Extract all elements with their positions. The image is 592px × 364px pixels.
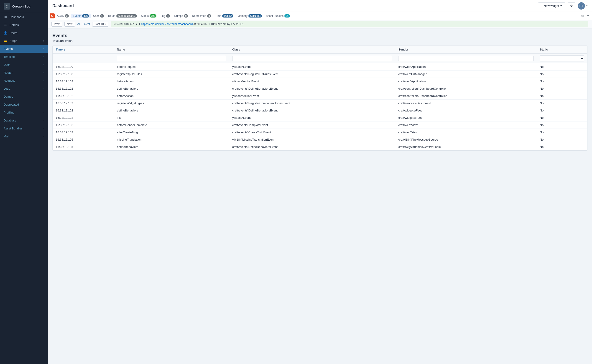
memory-badge: 4.309 MB — [248, 14, 262, 18]
table-row: 16:33:12.102 registerWidgetTypes craft\e… — [53, 100, 587, 107]
debugbar-time[interactable]: Time 143 ms — [213, 14, 235, 18]
entries-icon: ☰ — [4, 23, 7, 27]
time-badge: 143 ms — [222, 14, 233, 18]
sidebar-item-timeline[interactable]: Timeline › — [0, 53, 48, 61]
chevron-right-icon: › — [43, 135, 44, 138]
next-button[interactable]: Next — [64, 22, 75, 27]
sidebar-item-dumps[interactable]: Dumps › — [0, 93, 48, 101]
sidebar-item-users[interactable]: 👤 Users — [0, 29, 48, 37]
events-table: Time ↕ Name Class Sender Static — [53, 46, 587, 150]
sidebar-item-request[interactable]: Request › — [0, 77, 48, 85]
last10-label: Last 10 — [95, 23, 104, 26]
sidebar-item-label: Stripe — [10, 39, 17, 43]
table-row: 16:33:12.105 missingTranslation yii\i18n… — [53, 136, 587, 143]
table-row: 16:33:12.102 beforeAction yii\base\Actio… — [53, 92, 587, 100]
sidebar-item-deprecated[interactable]: Deprecated › — [0, 101, 48, 109]
static-cell: No — [537, 122, 587, 129]
app-logo[interactable]: C Oregon Zoo — [0, 0, 48, 13]
chevron-right-icon: › — [43, 87, 44, 90]
sidebar-item-mail[interactable]: Mail › — [0, 132, 48, 140]
static-cell: No — [537, 100, 587, 107]
events-label: Events — [4, 47, 13, 51]
ajax-label: AJAX — [57, 14, 64, 18]
events-label: Events — [73, 14, 81, 18]
debugbar-events[interactable]: Events 406 — [71, 14, 91, 18]
expand-icon[interactable]: ⧉ — [580, 13, 585, 19]
request-url-link[interactable]: https://cms-dev.ddev.site/admin/dashboar… — [141, 23, 193, 26]
name-cell: defineBehaviors — [114, 107, 229, 114]
log-badge: 1 — [166, 14, 170, 18]
time-cell: 16:33:12.102 — [53, 85, 114, 92]
sidebar-item-events[interactable]: Events › — [0, 45, 48, 53]
class-cell: craft\events\RegisterComponentTypesEvent — [229, 100, 395, 107]
debugbar-status[interactable]: Status 200 — [139, 14, 158, 18]
prev-button[interactable]: Prev — [52, 22, 62, 27]
name-cell: registerWidgetTypes — [114, 100, 229, 107]
sender-filter-input[interactable] — [398, 56, 533, 61]
sidebar-item-stripe[interactable]: 💳 Stripe ▾ — [0, 37, 48, 45]
top-bar: Dashboard + New widget ▾ ⚙ PT ▾ — [48, 0, 592, 12]
sidebar-item-router[interactable]: Router › — [0, 69, 48, 77]
last10-button[interactable]: Last 10 ▾ — [92, 22, 108, 27]
request-time: at 2024-06-10 04:33:12 pm by 172.25.0.1 — [193, 23, 244, 26]
dumps-label: Dumps — [4, 95, 13, 98]
sidebar-item-label: Dashboard — [10, 15, 24, 19]
chevron-down-icon: ▾ — [43, 39, 44, 42]
sidebar-item-dashboard[interactable]: ⊞ Dashboard — [0, 13, 48, 21]
debugbar-user[interactable]: User 1 — [91, 14, 106, 18]
craft-icon: C — [50, 13, 55, 19]
all-link[interactable]: All — [77, 23, 80, 26]
static-filter-cell: Yes No — [537, 54, 587, 64]
table-row: 16:33:12.102 defineBehaviors craft\event… — [53, 85, 587, 92]
sidebar-item-logs[interactable]: Logs › — [0, 85, 48, 93]
static-filter-select[interactable]: Yes No — [540, 56, 584, 61]
class-filter-input[interactable] — [232, 56, 392, 61]
sidebar-item-database[interactable]: Database › — [0, 117, 48, 124]
ajax-badge: 2 — [65, 14, 69, 18]
debugbar-dumps[interactable]: Dumps 0 — [172, 14, 190, 18]
collapse-icon[interactable]: ▾ — [586, 13, 590, 19]
dumps-badge: 0 — [184, 14, 188, 18]
chevron-right-icon: › — [43, 127, 44, 130]
time-column-header[interactable]: Time ↕ — [53, 46, 114, 54]
settings-button[interactable]: ⚙ — [568, 2, 575, 9]
events-header: Events Total 406 items. — [52, 33, 587, 43]
sidebar-item-user[interactable]: User › — [0, 61, 48, 69]
name-cell: afterCreateTwig — [114, 129, 229, 136]
debugbar-asset-bundles[interactable]: Asset Bundles 21 — [264, 14, 292, 18]
chevron-right-icon: › — [43, 103, 44, 106]
sidebar-item-entries[interactable]: ☰ Entries — [0, 21, 48, 29]
sender-cell: craft\controllers\DashboardController — [395, 92, 536, 100]
asset-bundles-label: Asset Bundles — [4, 127, 23, 130]
sender-cell: craft\web\UrlManager — [395, 71, 536, 78]
debug-bar: C AJAX 2 Events 406 User 1 Route dashboa… — [48, 12, 592, 20]
content-area: Events Total 406 items. Time ↕ Name Clas… — [48, 28, 592, 364]
name-cell: init — [114, 114, 229, 122]
user-label: User — [4, 63, 10, 66]
class-cell: craft\events\CreateTwigEvent — [229, 129, 395, 136]
debugbar-memory[interactable]: Memory 4.309 MB — [236, 14, 264, 18]
user-avatar-button[interactable]: PT ▾ — [578, 2, 587, 10]
debugbar-log[interactable]: Log 1 — [159, 14, 172, 18]
total-label: Total — [52, 39, 59, 43]
latest-link[interactable]: Latest — [83, 23, 90, 26]
new-widget-button[interactable]: + New widget ▾ — [538, 2, 565, 9]
status-label: Status — [141, 14, 149, 18]
sidebar-item-asset-bundles[interactable]: Asset Bundles › — [0, 124, 48, 132]
sidebar-item-profiling[interactable]: Profiling › — [0, 109, 48, 117]
chevron-right-icon: › — [43, 64, 44, 66]
profiling-label: Profiling — [4, 111, 14, 114]
debugbar-route[interactable]: Route dashboard/in... — [106, 14, 139, 18]
debugbar-ajax[interactable]: AJAX 2 — [55, 14, 71, 18]
events-table-container: Time ↕ Name Class Sender Static — [52, 45, 587, 151]
time-filter-cell — [53, 54, 114, 64]
sender-cell: craft\controllers\DashboardController — [395, 85, 536, 92]
log-label: Log — [160, 14, 165, 18]
static-cell: No — [537, 78, 587, 85]
name-filter-input[interactable] — [117, 56, 226, 61]
debugbar-deprecated[interactable]: Deprecated 0 — [190, 14, 213, 18]
time-cell: 16:33:12.102 — [53, 92, 114, 100]
static-cell: No — [537, 107, 587, 114]
class-cell: craft\events\RegisterUrlRulesEvent — [229, 71, 395, 78]
sender-cell: craft\web\View — [395, 129, 536, 136]
